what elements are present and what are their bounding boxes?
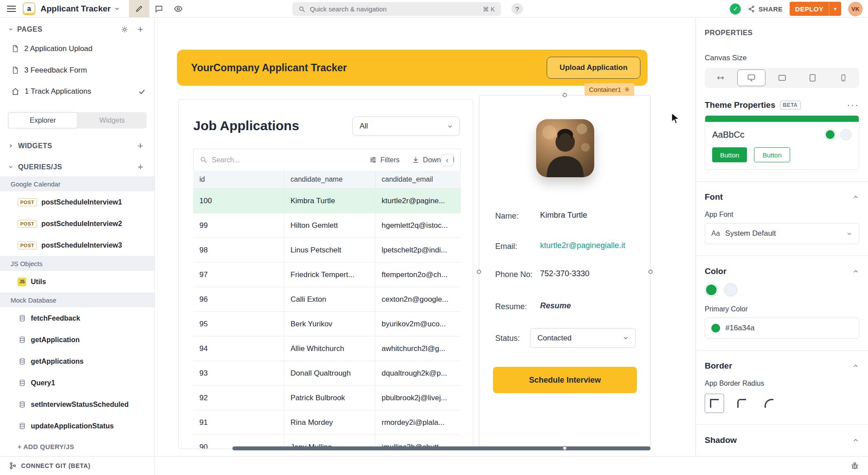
debug-bug-icon[interactable] [850,461,859,470]
app-font-select[interactable]: Aa System Default [705,223,859,244]
status-filter-select[interactable]: All [352,117,460,136]
color-swatch-pale[interactable] [724,283,737,296]
table-row[interactable]: 91Rina Mordeyrmordey2i@plala... [193,410,461,435]
container-selection-tag[interactable]: Container1 [585,83,634,96]
radius-rounded-button[interactable] [732,394,751,413]
add-page-button[interactable]: + [134,23,147,36]
table-row[interactable]: 98Linus Petscheltlpetschelt2p@indi... [193,238,461,263]
border-section-header[interactable]: Border [705,361,859,371]
query-label: setInterviewStatusScheduled [31,401,129,409]
theme-button-filled[interactable]: Button [712,147,747,162]
sidebar-page-application-upload[interactable]: 2 Application Upload [0,38,154,60]
queries-section-header[interactable]: QUERIES/JS + [0,157,154,177]
resize-handle-top[interactable] [563,93,567,97]
sidebar-page-feedback-form[interactable]: 3 Feeedback Form [0,59,154,81]
help-button[interactable]: ? [511,3,523,15]
candidate-detail-card[interactable]: Name: Kimbra Turtle Email: kturtle2r@pag… [479,95,651,448]
query-item[interactable]: updateApplicationStatus [0,415,154,437]
canvas-size-desktop-button[interactable] [737,69,765,86]
table-cell: 92 [193,386,284,410]
detail-row-name: Name: Kimbra Turtle [495,211,640,221]
schedule-interview-button[interactable]: Schedule Interview [493,367,637,393]
table-header-cell[interactable]: candidate_email [375,171,461,189]
horizontal-scrollbar[interactable] [232,446,651,450]
primary-color-input[interactable]: #16a34a [705,318,859,339]
table-cell: cexton2n@google... [375,287,461,312]
add-query-js-button[interactable]: + ADD QUERY/JS [0,437,154,456]
status-select[interactable]: Contacted [530,328,636,348]
font-section-header[interactable]: Font [705,192,859,202]
table-row[interactable]: 92Patrick Bulbrookpbulbrook2j@livej... [193,386,461,410]
js-object-icon: JS [18,278,26,286]
filters-button[interactable]: Filters [369,156,400,164]
preview-button[interactable] [169,0,188,18]
upload-application-button[interactable]: Upload Application [547,57,640,79]
share-button[interactable]: SHARE [748,5,783,13]
app-header-band[interactable]: YourCompany Applicant Tracker Upload App… [177,50,647,86]
query-item[interactable]: POSTpostScheduleInterview2 [0,213,154,234]
edit-mode-tab[interactable] [129,0,149,18]
table-row[interactable]: 99Hilton Gemletthgemlett2q@istoc... [193,213,461,238]
collapse-panel-button[interactable]: ‹ [441,154,453,166]
query-item[interactable]: fetchFeedback [0,307,154,329]
table-search-input[interactable] [212,156,287,164]
quick-search[interactable]: ⌘ K [292,2,501,16]
table-row[interactable]: 93Donall Qualtroughdqualtrough2k@p... [193,361,461,386]
query-item[interactable]: POSTpostScheduleInterview1 [0,191,154,213]
quick-search-input[interactable] [310,5,478,13]
query-item[interactable]: POSTpostScheduleInterview3 [0,234,154,256]
gear-icon[interactable] [624,87,630,92]
color-swatch-green[interactable] [705,283,718,296]
table-row[interactable]: 95Berk Yurikovbyurikov2m@uco... [193,312,461,336]
widgets-section-header[interactable]: WIDGETS + [0,136,154,156]
user-avatar[interactable]: VK [848,2,863,16]
canvas-size-tablet-landscape-button[interactable] [768,69,796,86]
job-applications-panel: Job Applications All Filters [178,99,473,449]
deploy-button[interactable]: DEPLOY ▾ [790,2,841,16]
app-root: a Applicant Tracker ⌘ K ? [0,0,868,475]
query-item[interactable]: getApplications [0,351,154,372]
resize-handle-bottom[interactable] [563,446,567,450]
candidate-photo [536,119,594,177]
theme-button-outline[interactable]: Button [754,147,790,162]
table-row[interactable]: 100Kimbra Turtlekturtle2r@pagine... [193,189,461,213]
tab-widgets[interactable]: Widgets [78,112,147,128]
resize-handle-left[interactable] [477,270,481,274]
table-row[interactable]: 97Friedrick Tempert...ftemperton2o@ch... [193,263,461,287]
comments-button[interactable] [149,0,169,18]
theme-swatch-pale[interactable] [840,129,852,140]
table-header-cell[interactable]: id [193,171,284,189]
tab-explorer[interactable]: Explorer [8,112,78,128]
chevron-down-icon[interactable] [114,6,120,12]
theme-swatch-green[interactable] [824,129,836,140]
pages-settings-button[interactable] [118,23,131,36]
deploy-caret-icon[interactable]: ▾ [829,2,841,16]
table-header-cell[interactable]: candidate_name [284,171,375,189]
query-item[interactable]: Query1 [0,372,154,394]
canvas-size-mobile-button[interactable] [829,69,857,86]
border-section-label: Border [705,361,732,371]
chevron-down-icon[interactable] [8,26,14,32]
table-row[interactable]: 94Allie Whitchurchawhitchurch2l@g... [193,336,461,361]
table-row[interactable]: 96Calli Extoncexton2n@google... [193,287,461,312]
database-icon [18,379,26,387]
color-section-header[interactable]: Color [705,267,859,276]
add-widget-button[interactable]: + [134,140,147,152]
query-item[interactable]: setInterviewStatusScheduled [0,394,154,415]
canvas-size-options [705,68,859,88]
radius-round-button[interactable] [759,394,779,413]
email-link[interactable]: kturtle2r@paginegialle.it [540,241,625,252]
canvas-size-fluid-button[interactable] [706,69,735,86]
query-item[interactable]: getApplication [0,329,154,351]
table-cell: kturtle2r@pagine... [375,189,461,213]
shadow-section-header[interactable]: Shadow [705,435,859,445]
add-query-plus-button[interactable]: + [134,161,147,173]
sidebar-page-track-applications[interactable]: 1 Track Applications [0,81,154,102]
radius-sharp-button[interactable] [705,394,724,413]
connect-git-button[interactable]: CONNECT GIT (BETA) [0,457,155,475]
canvas-size-tablet-button[interactable] [798,69,827,86]
resize-handle-right[interactable] [648,270,653,274]
query-item[interactable]: JSUtils [0,271,154,292]
resume-link[interactable]: Resume [540,301,571,312]
hamburger-menu-icon[interactable] [0,0,23,18]
